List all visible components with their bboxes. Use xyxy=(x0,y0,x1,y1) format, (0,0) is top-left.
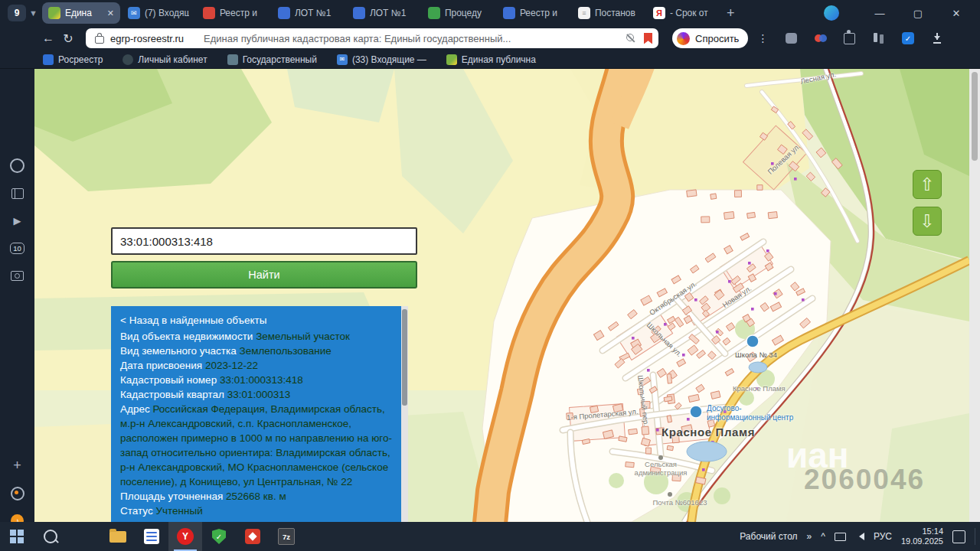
window-minimize-button[interactable]: — xyxy=(861,8,899,19)
tab-reestr-1[interactable]: Реестр и xyxy=(197,2,270,24)
page-scrollbar[interactable] xyxy=(969,69,980,522)
promo-icon[interactable] xyxy=(814,32,827,45)
browser-toolbar: ← ↻ egrp-rosreestr.ru Единая публичная к… xyxy=(0,26,980,51)
tab-reestr-2[interactable]: Реестр и xyxy=(497,2,570,24)
epkk-favicon xyxy=(446,54,457,65)
browser-sidebar: ▶ 10 + ♪ ✉ xyxy=(0,69,34,522)
yandex-favicon: Я xyxy=(653,7,665,19)
hidden-icons-chevron[interactable]: ^ xyxy=(821,531,825,542)
video-play-icon[interactable]: ▶ xyxy=(9,213,25,229)
tab-lot-2[interactable]: ЛОТ №1 xyxy=(347,2,420,24)
gos-favicon xyxy=(227,54,238,65)
antivirus-shield-icon[interactable]: ✓ xyxy=(202,522,236,551)
start-button[interactable] xyxy=(0,522,34,551)
ask-alice-button[interactable]: Спросить xyxy=(672,28,748,48)
reload-icon[interactable]: ↻ xyxy=(58,31,78,46)
panel-scrollbar[interactable] xyxy=(401,306,408,522)
browser-menu-icon[interactable]: ⋮ xyxy=(757,32,768,44)
tab-inbox[interactable]: ✉ (7) Входящ xyxy=(122,2,195,24)
back-icon[interactable]: ← xyxy=(38,31,58,45)
volume-icon[interactable] xyxy=(855,533,864,540)
target-service-icon[interactable] xyxy=(9,485,25,501)
address-domain: egrp-rosreestr.ru xyxy=(110,33,184,44)
info-row: Вид земельного участка Землепользование xyxy=(120,344,393,358)
bookmark-inbox[interactable]: ✉ (33) Входящие — xyxy=(337,54,426,65)
toolbar-expand-icon[interactable]: » xyxy=(807,531,812,542)
document-favicon: ≡ xyxy=(578,7,590,19)
info-row: Кадастровый квартал 33:01:000313 xyxy=(120,387,393,402)
taskbar: Y ✓ 7z Рабочий стол » ^ РУС 15:14 19.09.… xyxy=(0,522,980,551)
downloads-icon[interactable] xyxy=(930,32,943,45)
mail-favicon: ✉ xyxy=(337,54,348,65)
word-app-icon[interactable] xyxy=(135,522,168,551)
tab-srok[interactable]: Я - Срок от xyxy=(647,2,720,24)
show-desktop-strip[interactable] xyxy=(975,528,975,545)
map-canvas[interactable]: Лесная ул. Полевая ул. Октябрьская ул. Н… xyxy=(34,69,969,522)
tab-cadastral-map[interactable]: Едина ✕ xyxy=(42,2,120,24)
new-tab-button[interactable]: + xyxy=(727,5,735,21)
bookmarks-panel-icon[interactable] xyxy=(872,32,885,45)
lot-favicon xyxy=(278,7,290,19)
reestr-favicon xyxy=(203,7,215,19)
find-button[interactable]: Найти xyxy=(111,261,417,289)
file-explorer-icon[interactable] xyxy=(101,522,135,551)
cadastral-map-favicon xyxy=(48,7,60,19)
info-row: Вид объекта недвижимости Земельный участ… xyxy=(120,329,393,344)
clock[interactable]: 15:14 19.09.2025 xyxy=(901,527,943,546)
bookmark-lichny-kabinet[interactable]: Личный кабинет xyxy=(122,54,207,65)
bookmark-epkk[interactable]: Единая публична xyxy=(446,54,536,65)
tabs-count-badge[interactable]: 10 xyxy=(9,240,25,256)
address-bar[interactable]: egrp-rosreestr.ru Единая публичная кадас… xyxy=(86,28,658,48)
window-maximize-button[interactable]: ▢ xyxy=(899,8,937,19)
info-row: Площадь уточненная 252668 кв. м xyxy=(120,489,393,504)
panel-scrollbar-thumb[interactable] xyxy=(402,309,407,406)
sidebar-panel-icon[interactable] xyxy=(785,32,798,45)
history-icon[interactable] xyxy=(9,158,25,174)
mail-favicon: ✉ xyxy=(128,7,140,19)
tab-lot-1[interactable]: ЛОТ №1 xyxy=(272,2,345,24)
tab-postanovlenie[interactable]: ≡ Постанов xyxy=(572,2,645,24)
bookmark-gosudarstvenny[interactable]: Государственный xyxy=(227,54,317,65)
window-close-button[interactable]: ✕ xyxy=(937,8,975,19)
info-row: Кадастровый номер 33:01:000313:418 xyxy=(120,373,393,387)
notifications-icon[interactable] xyxy=(952,530,965,543)
desktop-toolbar-label[interactable]: Рабочий стол xyxy=(740,531,797,542)
yandex-browser-icon[interactable]: Y xyxy=(168,522,202,551)
add-service-icon[interactable]: + xyxy=(9,458,25,474)
rosreestr-favicon xyxy=(43,54,54,65)
info-row: Статус Учтенный xyxy=(120,504,393,518)
tab-close-icon[interactable]: ✕ xyxy=(107,8,114,18)
alice-icon xyxy=(677,32,690,45)
lk-favicon xyxy=(122,54,133,65)
extensions-puzzle-icon[interactable] xyxy=(843,32,856,45)
red-app-icon[interactable] xyxy=(236,522,270,551)
bookmark-flag-icon[interactable] xyxy=(644,33,652,44)
pan-down-button[interactable]: ⇩ xyxy=(913,207,942,236)
search-disabled-icon[interactable] xyxy=(626,33,636,44)
lot-favicon xyxy=(353,7,365,19)
pan-up-button[interactable]: ⇧ xyxy=(913,170,942,199)
sync-check-icon[interactable]: ✓ xyxy=(901,32,914,45)
screenshot-camera-icon[interactable] xyxy=(9,268,25,284)
profile-avatar[interactable] xyxy=(824,5,839,21)
back-to-results-link[interactable]: < Назад в найденные объекты xyxy=(120,313,393,328)
system-tray: Рабочий стол » ^ РУС 15:14 19.09.2025 xyxy=(740,522,975,551)
lock-icon xyxy=(95,36,104,44)
7zip-icon[interactable]: 7z xyxy=(270,522,303,551)
procedury-favicon xyxy=(428,7,440,19)
display-tray-icon[interactable] xyxy=(835,533,846,541)
bookmarks-bar: Росреестр Личный кабинет Государственный… xyxy=(0,51,980,69)
bookmark-rosreestr[interactable]: Росреестр xyxy=(43,54,103,65)
reestr-favicon xyxy=(503,7,515,19)
taskbar-search-icon[interactable] xyxy=(34,522,67,551)
panels-icon[interactable] xyxy=(9,185,25,201)
object-info-panel: < Назад в найденные объекты Вид объекта … xyxy=(111,306,408,522)
cadastral-search-input[interactable] xyxy=(111,227,417,255)
info-row: Дата присвоения 2023-12-22 xyxy=(120,358,393,373)
chevron-down-icon[interactable]: ▼ xyxy=(29,8,38,18)
tab-group-badge[interactable]: 9 xyxy=(8,5,26,21)
language-indicator[interactable]: РУС xyxy=(874,531,892,542)
address-page-title: Единая публичная кадастровая карта: Един… xyxy=(204,33,618,44)
page-scrollbar-thumb[interactable] xyxy=(972,72,978,161)
tab-procedury[interactable]: Процеду xyxy=(422,2,495,24)
